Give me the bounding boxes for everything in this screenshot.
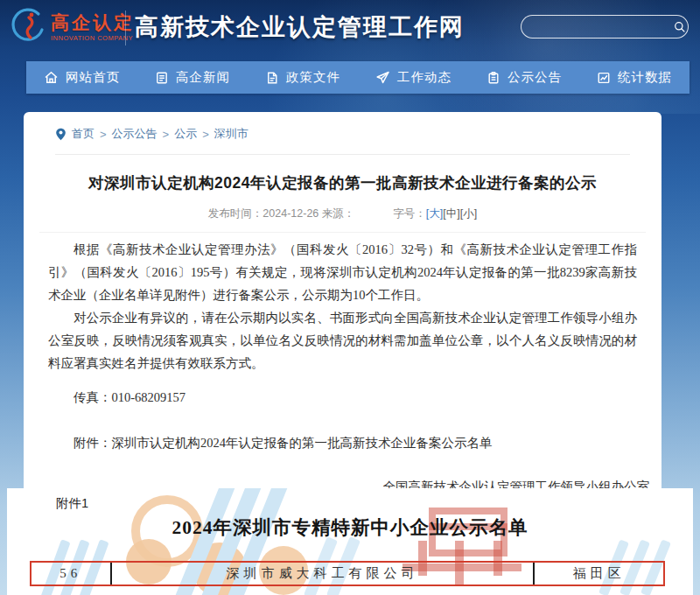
- breadcrumb-announcements[interactable]: 公示公告: [112, 126, 158, 142]
- announcement-icon: [486, 71, 500, 85]
- breadcrumb-home[interactable]: 首页: [72, 126, 94, 142]
- district-cell: 福田区: [535, 563, 663, 584]
- fontsize-small-button[interactable]: [小]: [460, 207, 477, 220]
- nav-item-policy[interactable]: 政策文件: [265, 69, 340, 86]
- attachment-title: 2024年深圳市专精特新中小企业公示名单: [7, 514, 693, 540]
- nav-item-home[interactable]: 网站首页: [44, 69, 120, 86]
- policy-icon: [265, 71, 279, 85]
- article-body: 根据《高新技术企业认定管理办法》（国科发火〔2016〕32号）和《高新技术企业认…: [24, 233, 662, 454]
- breadcrumb-separator: >: [100, 128, 107, 141]
- home-icon: [44, 70, 59, 85]
- breadcrumb: 首页 > 公示公告 > 公示 > 深圳市: [24, 112, 662, 150]
- news-icon: [155, 71, 169, 85]
- fontsize-medium-button[interactable]: [中]: [443, 207, 459, 220]
- nav-item-label: 工作动态: [397, 69, 452, 86]
- attachment-label: 附件1: [56, 495, 88, 512]
- logo-cn-label: 高企认定: [51, 13, 135, 32]
- site-title: 高新技术企业认定管理工作网: [135, 11, 465, 43]
- breadcrumb-separator: >: [163, 128, 170, 141]
- row-number-cell: 56: [32, 563, 110, 584]
- company-name-cell: 深圳市威大科工有限公司: [110, 563, 536, 584]
- nav-item-statistics[interactable]: 统计数据: [597, 69, 672, 86]
- nav-item-label: 统计数据: [618, 69, 672, 86]
- search-box[interactable]: [521, 15, 689, 38]
- logo-text: 高企认定 INNOVATION COMPANY: [51, 13, 135, 42]
- breadcrumb-separator: >: [202, 128, 209, 141]
- breadcrumb-publicity[interactable]: 公示: [174, 126, 197, 142]
- nav-item-announcements[interactable]: 公示公告: [486, 69, 562, 86]
- content-card: 首页 > 公示公告 > 公示 > 深圳市 对深圳市认定机构2024年认定报备的第…: [24, 112, 662, 501]
- search-icon: [673, 20, 686, 33]
- fax-line: 传真：010-68209157: [48, 386, 637, 409]
- main-nav: 网站首页 高企新闻 政策文件 工作动态 公示公告 统计数据: [26, 61, 690, 94]
- article-meta: 发布时间：2024-12-26 来源：字号：[大][中][小]: [24, 206, 662, 221]
- work-dynamics-icon: [375, 70, 390, 85]
- breadcrumb-shenzhen[interactable]: 深圳市: [214, 126, 248, 142]
- highlighted-table-row[interactable]: 56 深圳市威大科工有限公司 福田区: [30, 561, 665, 586]
- nav-item-label: 高企新闻: [176, 69, 230, 86]
- header-divider: [125, 10, 126, 46]
- search-input[interactable]: [522, 18, 671, 36]
- nav-item-label: 政策文件: [286, 69, 340, 86]
- breadcrumb-divider: [55, 154, 630, 155]
- site-logo[interactable]: 高企认定 INNOVATION COMPANY: [9, 7, 135, 47]
- site-header: 高企认定 INNOVATION COMPANY 高新技术企业认定管理工作网: [0, 0, 700, 61]
- publish-info: 发布时间：2024-12-26 来源：: [208, 207, 354, 220]
- article-title: 对深圳市认定机构2024年认定报备的第一批高新技术企业进行备案的公示: [64, 172, 621, 193]
- logo-en-label: INNOVATION COMPANY: [51, 34, 135, 42]
- nav-item-label: 公示公告: [508, 69, 562, 86]
- article-paragraph-1: 根据《高新技术企业认定管理办法》（国科发火〔2016〕32号）和《高新技术企业认…: [48, 238, 637, 306]
- attachment-panel: 附件1 2024年深圳市专精特新中小企业公示名单 56 深圳市威大科工有限公司 …: [7, 488, 693, 595]
- nav-item-news[interactable]: 高企新闻: [155, 69, 230, 86]
- search-button[interactable]: [671, 17, 688, 37]
- logo-swoosh-icon: [9, 7, 47, 47]
- statistics-icon: [597, 71, 611, 85]
- fontsize-large-button[interactable]: [大]: [426, 207, 443, 220]
- article-paragraph-2: 对公示企业有异议的，请在公示期内以实名、书面形式向全国高新技术企业认定管理工作领…: [48, 306, 637, 374]
- nav-item-label: 网站首页: [66, 69, 120, 86]
- nav-item-work-dynamics[interactable]: 工作动态: [375, 69, 452, 86]
- location-pin-icon: [55, 128, 66, 141]
- fontsize-label: 字号：: [393, 207, 426, 220]
- attachment-note: 附件：深圳市认定机构2024年认定报备的第一批高新技术企业备案公示名单: [48, 431, 637, 454]
